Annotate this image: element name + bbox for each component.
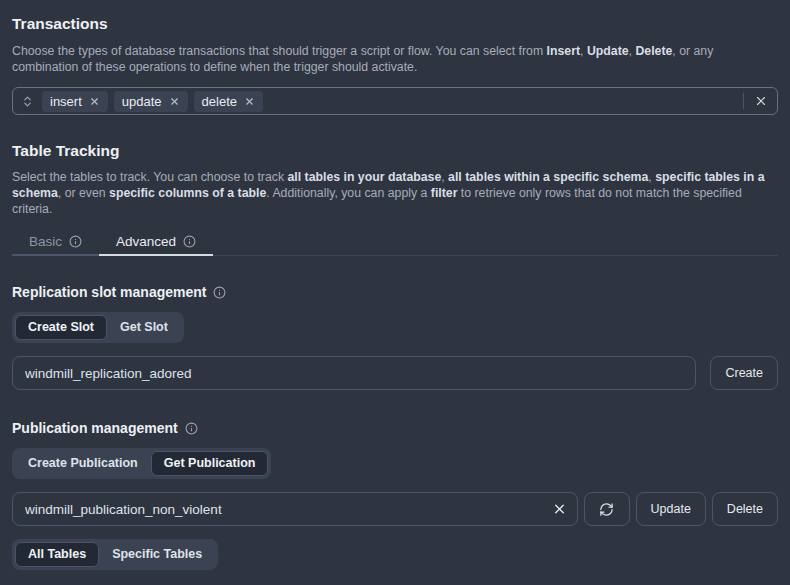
remove-tag-icon[interactable] (169, 96, 180, 107)
toggle-get-slot[interactable]: Get Slot (107, 315, 181, 340)
description-bold: all tables in your database (287, 170, 441, 184)
info-icon[interactable] (183, 235, 196, 248)
tag-label: update (122, 94, 162, 109)
toggle-specific-tables[interactable]: Specific Tables (99, 542, 215, 567)
trigger-settings-panel: Transactions Choose the types of databas… (0, 0, 790, 570)
tab-basic[interactable]: Basic (12, 232, 99, 256)
description-bold-insert: Insert (547, 44, 581, 58)
table-tracking-tabs: Basic Advanced (12, 232, 778, 256)
toggle-create-slot[interactable]: Create Slot (15, 315, 107, 340)
replication-slot-heading: Replication slot management (12, 283, 778, 301)
publication-input-row: Update Delete (12, 492, 778, 526)
publication-input-wrap (12, 492, 578, 526)
description-text: Choose the types of database transaction… (12, 44, 547, 58)
toggle-all-tables[interactable]: All Tables (15, 542, 99, 567)
info-icon[interactable] (213, 286, 226, 299)
slot-mode-toggle-group: Create Slot Get Slot (12, 312, 184, 343)
publication-mode-toggle-group: Create Publication Get Publication (12, 448, 271, 479)
tab-advanced[interactable]: Advanced (99, 232, 213, 256)
slot-input-row: Create (12, 356, 778, 390)
clear-all-icon[interactable] (750, 94, 768, 108)
publication-heading: Publication management (12, 419, 778, 437)
remove-tag-icon[interactable] (89, 96, 100, 107)
description-text: , or even (58, 186, 109, 200)
create-slot-button[interactable]: Create (710, 356, 778, 390)
selected-tag-update[interactable]: update (114, 91, 188, 112)
description-bold: specific columns of a table (109, 186, 266, 200)
tab-label: Advanced (116, 234, 176, 249)
toggle-get-publication[interactable]: Get Publication (151, 451, 269, 476)
transactions-description: Choose the types of database transaction… (12, 43, 778, 75)
publication-name-input[interactable] (12, 492, 578, 526)
toggle-create-publication[interactable]: Create Publication (15, 451, 151, 476)
transactions-multiselect[interactable]: insert update delete (12, 87, 778, 115)
description-text: , (580, 44, 587, 58)
description-text: Select the tables to track. You can choo… (12, 170, 287, 184)
chevrons-up-down-icon[interactable] (21, 95, 34, 108)
info-icon[interactable] (69, 235, 82, 248)
update-publication-button[interactable]: Update (636, 492, 706, 526)
divider (743, 93, 744, 109)
heading-label: Replication slot management (12, 283, 206, 301)
selected-tag-delete[interactable]: delete (194, 91, 263, 112)
info-icon[interactable] (185, 422, 198, 435)
tag-label: delete (202, 94, 237, 109)
refresh-cw-icon (599, 502, 614, 517)
transactions-heading: Transactions (12, 14, 778, 34)
refresh-button[interactable] (584, 492, 630, 526)
heading-label: Publication management (12, 419, 178, 437)
remove-tag-icon[interactable] (244, 96, 255, 107)
tab-label: Basic (29, 234, 62, 249)
table-tracking-heading: Table Tracking (12, 141, 778, 161)
description-bold: all tables within a specific schema (448, 170, 648, 184)
description-bold-delete: Delete (635, 44, 672, 58)
tag-label: insert (50, 94, 82, 109)
description-text: . Additionally, you can apply a (266, 186, 431, 200)
description-bold-update: Update (587, 44, 629, 58)
selected-tag-insert[interactable]: insert (42, 91, 108, 112)
table-tracking-description: Select the tables to track. You can choo… (12, 169, 778, 217)
delete-publication-button[interactable]: Delete (712, 492, 778, 526)
clear-input-icon[interactable] (552, 502, 567, 517)
description-bold: filter (431, 186, 458, 200)
tables-scope-toggle-group: All Tables Specific Tables (12, 539, 218, 570)
slot-name-input[interactable] (12, 356, 696, 390)
